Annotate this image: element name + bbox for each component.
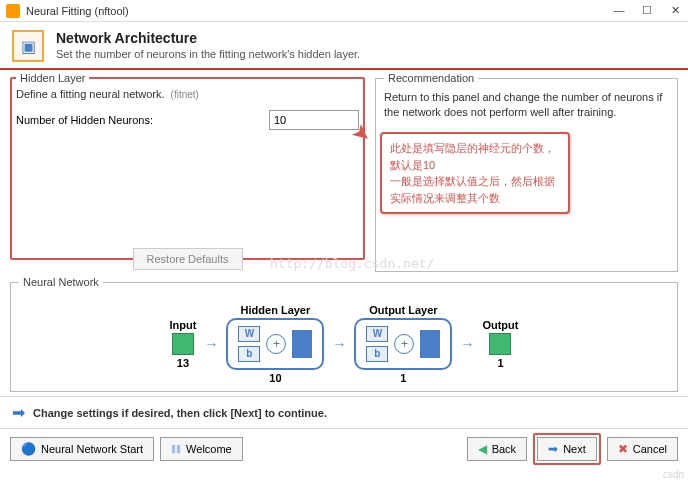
page-header: ▣ Network Architecture Set the number of… [0, 22, 688, 70]
weight-icon: W [366, 326, 388, 342]
bias-icon: b [366, 346, 388, 362]
back-button[interactable]: ◀Back [467, 437, 527, 461]
next-highlight: ➡Next [533, 433, 601, 465]
hidden-layer-box: W b + [226, 318, 324, 370]
annotation-callout: 此处是填写隐层的神经元的个数，默认是10 一般是选择默认值之后，然后根据实际情况… [380, 132, 570, 214]
next-button[interactable]: ➡Next [537, 437, 597, 461]
weight-icon: W [238, 326, 260, 342]
bias-icon: b [238, 346, 260, 362]
welcome-icon: ⦀⦀ [171, 442, 181, 456]
arrow-icon: → [204, 336, 218, 352]
sum-icon: + [266, 334, 286, 354]
corner-watermark: csdn [663, 469, 684, 480]
output-block-icon [489, 333, 511, 355]
network-diagram: Input 13 → Hidden Layer W b + 10 → Outpu… [19, 294, 669, 384]
minimize-button[interactable]: — [612, 4, 626, 17]
output-layer-count: 1 [400, 372, 406, 384]
watermark-text: http://blog.csdn.net/ [270, 256, 434, 271]
fitnet-link[interactable]: (fitnet) [171, 89, 199, 100]
output-label: Output [482, 319, 518, 331]
architecture-icon: ▣ [12, 30, 44, 62]
cancel-button[interactable]: ✖Cancel [607, 437, 678, 461]
hidden-count: 10 [269, 372, 281, 384]
app-logo-icon [6, 4, 20, 18]
window-controls: — ☐ ✕ [612, 4, 682, 17]
output-count: 1 [497, 357, 503, 369]
activation-icon [292, 330, 312, 358]
next-arrow-icon: ➡ [548, 442, 558, 456]
recommendation-text: Return to this panel and change the numb… [384, 90, 669, 121]
restore-defaults-button[interactable]: Restore Defaults [133, 248, 243, 270]
hint-arrow-icon: ➡ [12, 403, 25, 422]
close-button[interactable]: ✕ [668, 4, 682, 17]
page-subtitle: Set the number of neurons in the fitting… [56, 48, 676, 60]
activation-icon [420, 330, 440, 358]
arrow-icon: → [460, 336, 474, 352]
neurons-input[interactable] [269, 110, 359, 130]
hint-bar: ➡ Change settings if desired, then click… [0, 396, 688, 429]
arrow-icon: → [332, 336, 346, 352]
titlebar: Neural Fitting (nftool) — ☐ ✕ [0, 0, 688, 22]
globe-icon: 🔵 [21, 442, 36, 456]
hidden-layer-label: Hidden Layer [241, 304, 311, 316]
footer-bar: 🔵Neural Network Start ⦀⦀Welcome ◀Back ➡N… [0, 429, 688, 469]
window-title: Neural Fitting (nftool) [26, 5, 612, 17]
hidden-layer-desc: Define a fitting neural network. [16, 88, 165, 100]
hidden-layer-legend: Hidden Layer [16, 72, 89, 84]
input-block-icon [172, 333, 194, 355]
nnstart-button[interactable]: 🔵Neural Network Start [10, 437, 154, 461]
output-layer-label: Output Layer [369, 304, 437, 316]
maximize-button[interactable]: ☐ [640, 4, 654, 17]
input-label: Input [170, 319, 197, 331]
input-count: 13 [177, 357, 189, 369]
output-layer-box: W b + [354, 318, 452, 370]
neural-network-group: Neural Network Input 13 → Hidden Layer W… [10, 276, 678, 392]
welcome-button[interactable]: ⦀⦀Welcome [160, 437, 243, 461]
sum-icon: + [394, 334, 414, 354]
neurons-label: Number of Hidden Neurons: [16, 114, 263, 126]
hint-text: Change settings if desired, then click [… [33, 407, 327, 419]
hidden-layer-group: Hidden Layer Define a fitting neural net… [10, 72, 365, 260]
back-arrow-icon: ◀ [478, 442, 487, 456]
neural-network-legend: Neural Network [19, 276, 103, 288]
page-title: Network Architecture [56, 30, 676, 46]
recommendation-legend: Recommendation [384, 72, 478, 84]
cancel-icon: ✖ [618, 442, 628, 456]
